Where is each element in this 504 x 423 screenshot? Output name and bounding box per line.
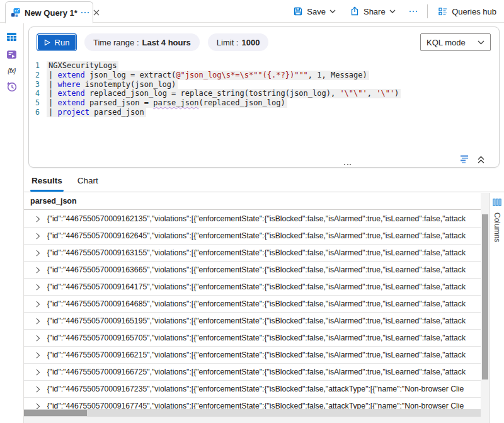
line-number: 2 bbox=[29, 71, 47, 80]
row-expand-chevron-icon[interactable] bbox=[34, 301, 40, 306]
table-row[interactable]: {"id":"4467550570009164175","violations"… bbox=[24, 279, 481, 296]
query-editor[interactable]: 1NGXSecurityLogs2| extend json_log = ext… bbox=[29, 57, 499, 117]
results-tab-strip: Results Chart bbox=[24, 170, 504, 192]
line-number: 6 bbox=[29, 108, 47, 117]
queries-hub-button[interactable]: Queries hub bbox=[434, 4, 500, 19]
save-button[interactable]: Save bbox=[289, 4, 340, 19]
limit-pill[interactable]: Limit : 1000 bbox=[208, 33, 269, 51]
code-lines: 1NGXSecurityLogs2| extend json_log = ext… bbox=[29, 61, 499, 117]
columns-panel-toggle[interactable]: Columns bbox=[489, 193, 504, 423]
sidebar-item-tables[interactable] bbox=[6, 32, 17, 42]
row-expand-chevron-icon[interactable] bbox=[34, 352, 40, 357]
row-json-text: {"id":"4467550570009163665","violations"… bbox=[47, 265, 466, 274]
more-icon bbox=[410, 11, 418, 13]
chevron-down-icon bbox=[389, 9, 396, 13]
row-json-text: {"id":"4467550570009165195","violations"… bbox=[47, 316, 466, 325]
row-json-text: {"id":"4467550570009167235","violations"… bbox=[47, 385, 464, 393]
row-json-text: {"id":"4467550570009164175","violations"… bbox=[47, 282, 466, 291]
toolbar-divider bbox=[427, 4, 428, 18]
row-expand-chevron-icon[interactable] bbox=[34, 318, 40, 323]
row-expand-chevron-icon[interactable] bbox=[34, 403, 40, 409]
code-text: | extend parsed_json = parse_json(replac… bbox=[47, 98, 287, 108]
kql-mode-dropdown[interactable]: KQL mode bbox=[420, 33, 491, 51]
chevron-down-icon bbox=[478, 40, 484, 45]
line-number: 3 bbox=[29, 80, 47, 90]
code-text: | extend json_log = extract(@"json_log\s… bbox=[47, 71, 369, 80]
adx-logo-icon bbox=[11, 8, 21, 18]
more-button[interactable] bbox=[406, 8, 421, 15]
row-json-text: {"id":"4467550570009162135","violations"… bbox=[47, 214, 466, 223]
row-json-text: {"id":"4467550570009163155","violations"… bbox=[47, 248, 466, 257]
code-line: 2| extend json_log = extract(@"json_log\… bbox=[29, 71, 499, 80]
row-json-text: {"id":"4467550570009166725","violations"… bbox=[47, 368, 466, 376]
table-row[interactable]: {"id":"4467550570009166725","violations"… bbox=[24, 364, 481, 381]
functions-icon[interactable]: {fx} bbox=[8, 67, 16, 74]
code-text: | extend replaced_json_log = replace_str… bbox=[47, 89, 401, 98]
columns-label: Columns bbox=[493, 212, 501, 242]
row-expand-chevron-icon[interactable] bbox=[34, 369, 40, 374]
time-range-label: Time range : bbox=[93, 38, 139, 47]
code-line: 5| extend parsed_json = parse_json(repla… bbox=[29, 98, 499, 108]
format-lines-icon[interactable] bbox=[460, 154, 469, 164]
code-line: 3| where isnotempty(json_log) bbox=[29, 80, 499, 90]
table-row[interactable]: {"id":"4467550570009164685","violations"… bbox=[24, 296, 481, 313]
table-row[interactable]: {"id":"4467550570009163155","violations"… bbox=[24, 245, 481, 262]
row-expand-chevron-icon[interactable] bbox=[34, 284, 40, 289]
table-row[interactable]: {"id":"4467550570009166215","violations"… bbox=[24, 347, 481, 364]
row-expand-chevron-icon[interactable] bbox=[34, 233, 40, 238]
code-line: 1NGXSecurityLogs bbox=[29, 61, 499, 71]
tab-new-query[interactable]: New Query 1* bbox=[5, 1, 93, 23]
play-icon bbox=[44, 39, 50, 46]
row-expand-chevron-icon[interactable] bbox=[34, 267, 40, 272]
row-json-text: {"id":"4467550570009166215","violations"… bbox=[47, 351, 466, 359]
tab-more-icon[interactable] bbox=[81, 12, 89, 14]
sidebar-item-queries[interactable] bbox=[6, 49, 17, 60]
results-grid: {"id":"4467550570009162135","violations"… bbox=[24, 211, 481, 417]
tab-title: New Query 1* bbox=[25, 8, 77, 18]
code-text: | project parsed_json bbox=[47, 108, 146, 117]
tab-results[interactable]: Results bbox=[24, 170, 70, 192]
table-row[interactable]: {"id":"4467550570009165705","violations"… bbox=[24, 330, 481, 347]
share-button[interactable]: Share bbox=[346, 4, 399, 19]
query-toolbar: Run Time range : Last 4 hours Limit : 10… bbox=[29, 27, 499, 57]
collapse-editor-icon[interactable] bbox=[477, 155, 485, 164]
queries-hub-icon bbox=[438, 6, 448, 16]
column-header-parsed-json[interactable]: parsed_json bbox=[24, 193, 489, 210]
splitter-handle[interactable] bbox=[344, 164, 351, 165]
line-number: 5 bbox=[29, 98, 47, 108]
code-line: 6| project parsed_json bbox=[29, 108, 499, 117]
query-panel: Run Time range : Last 4 hours Limit : 10… bbox=[28, 26, 500, 168]
save-label: Save bbox=[307, 7, 326, 16]
row-expand-chevron-icon[interactable] bbox=[34, 250, 40, 255]
time-range-pill[interactable]: Time range : Last 4 hours bbox=[84, 33, 200, 51]
table-row[interactable]: {"id":"4467550570009167235","violations"… bbox=[24, 381, 481, 398]
bottom-gutter bbox=[24, 417, 489, 423]
kql-mode-value: KQL mode bbox=[427, 38, 466, 47]
row-expand-chevron-icon[interactable] bbox=[34, 386, 40, 391]
history-icon[interactable] bbox=[6, 81, 17, 92]
share-label: Share bbox=[364, 7, 386, 16]
horizontal-scrollbar[interactable] bbox=[24, 409, 481, 417]
row-json-text: {"id":"4467550570009162645","violations"… bbox=[47, 231, 466, 240]
vertical-scrollbar-thumb[interactable] bbox=[482, 214, 488, 380]
tab-chart[interactable]: Chart bbox=[70, 170, 106, 192]
run-label: Run bbox=[55, 38, 70, 47]
horizontal-scrollbar-thumb[interactable] bbox=[24, 410, 87, 416]
line-number: 4 bbox=[29, 89, 47, 98]
table-row[interactable]: {"id":"4467550570009162135","violations"… bbox=[24, 211, 481, 228]
table-row[interactable]: {"id":"4467550570009162645","violations"… bbox=[24, 228, 481, 245]
connection-rail: {fx} bbox=[0, 23, 24, 423]
time-range-value: Last 4 hours bbox=[142, 38, 191, 47]
row-expand-chevron-icon[interactable] bbox=[34, 216, 40, 221]
run-button[interactable]: Run bbox=[37, 34, 76, 50]
adx-query-app: Save Share bbox=[0, 0, 504, 423]
row-expand-chevron-icon[interactable] bbox=[34, 335, 40, 340]
code-text: | where isnotempty(json_log) bbox=[47, 80, 178, 90]
row-json-text: {"id":"4467550570009165705","violations"… bbox=[47, 333, 466, 342]
close-icon[interactable] bbox=[93, 9, 100, 16]
table-row[interactable]: {"id":"4467550570009163665","violations"… bbox=[24, 262, 481, 279]
table-row[interactable]: {"id":"4467550570009165195","violations"… bbox=[24, 313, 481, 330]
vertical-scrollbar[interactable] bbox=[481, 193, 489, 417]
code-text: NGXSecurityLogs bbox=[47, 61, 118, 71]
columns-icon bbox=[493, 198, 501, 207]
